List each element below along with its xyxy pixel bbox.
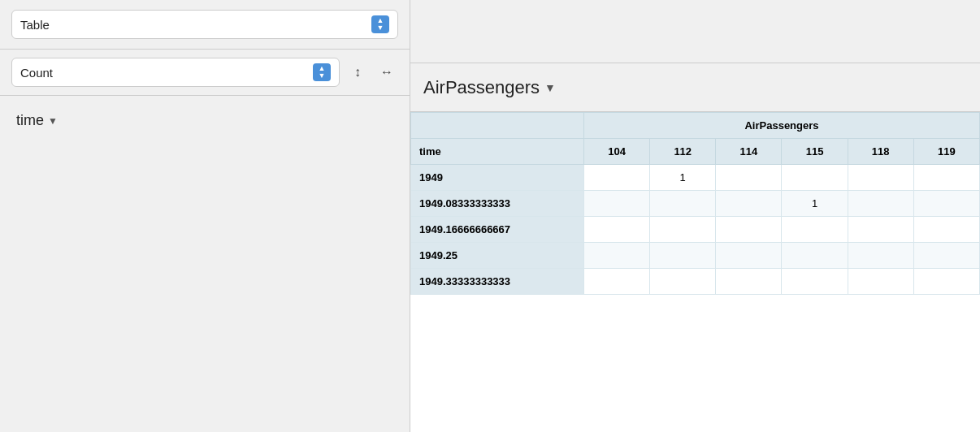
table-select-section: Table ▲ ▼ (0, 0, 410, 50)
col-header-0: 104 (584, 139, 650, 165)
sort-horizontal-icon[interactable]: ↔ (375, 61, 398, 84)
table-row: 1949.083333333331 (411, 191, 980, 217)
col-header-3: 115 (782, 139, 848, 165)
table-select-arrows-icon[interactable]: ▲ ▼ (371, 15, 389, 33)
table-cell (848, 217, 913, 243)
table-body: 194911949.0833333333311949.1666666666719… (411, 165, 980, 295)
col-header-5: 119 (913, 139, 979, 165)
right-header: AirPassengers ▼ (410, 63, 980, 112)
table-cell (650, 217, 716, 243)
table-cell (584, 217, 650, 243)
table-cell (848, 191, 913, 217)
right-top-bar (410, 0, 980, 63)
time-caret-icon: ▼ (48, 115, 58, 127)
time-label: time (16, 112, 44, 129)
time-dropdown[interactable]: time ▼ (11, 109, 63, 132)
table-cell (716, 243, 782, 269)
table-row: 19491 (411, 165, 980, 191)
table-cell (913, 165, 979, 191)
row-label-cell: 1949.16666666667 (411, 217, 584, 243)
data-table: AirPassengers time 104 112 114 115 118 1… (410, 112, 980, 295)
row-label-cell: 1949.25 (411, 243, 584, 269)
table-header-col-row: time 104 112 114 115 118 119 (411, 139, 980, 165)
table-cell (913, 243, 979, 269)
table-group-header: AirPassengers (584, 113, 980, 139)
row-label-cell: 1949.33333333333 (411, 269, 584, 295)
table-cell (716, 191, 782, 217)
table-cell (716, 165, 782, 191)
table-row: 1949.16666666667 (411, 217, 980, 243)
table-row-label-header: time (411, 139, 584, 165)
right-panel: AirPassengers ▼ AirPassengers time 104 1… (410, 0, 980, 432)
sort-vertical-icon[interactable]: ↕ (346, 61, 369, 84)
row-field-section: time ▼ (0, 96, 410, 432)
row-label-cell: 1949.08333333333 (411, 191, 584, 217)
table-corner-header (411, 113, 584, 139)
dataset-label: AirPassengers (423, 77, 540, 98)
table-cell (782, 165, 848, 191)
table-cell (848, 269, 913, 295)
count-select-arrows-icon[interactable]: ▲ ▼ (313, 63, 331, 81)
dataset-dropdown[interactable]: AirPassengers ▼ (423, 77, 556, 98)
table-cell (782, 269, 848, 295)
count-select-section: Count ▲ ▼ ↕ ↔ (0, 50, 410, 96)
table-cell (782, 217, 848, 243)
table-cell (650, 243, 716, 269)
table-cell (913, 191, 979, 217)
table-cell (848, 243, 913, 269)
table-cell (650, 191, 716, 217)
left-panel: Table ▲ ▼ Count ▲ ▼ ↕ ↔ time ▼ (0, 0, 410, 432)
table-cell (584, 243, 650, 269)
col-header-2: 114 (716, 139, 782, 165)
table-cell (584, 165, 650, 191)
table-header-group-row: AirPassengers (411, 113, 980, 139)
count-select-label: Count (20, 66, 53, 80)
table-cell (913, 217, 979, 243)
dataset-caret-icon: ▼ (544, 81, 556, 94)
table-cell (716, 269, 782, 295)
col-header-4: 118 (848, 139, 913, 165)
table-select-label: Table (20, 18, 50, 32)
table-cell (848, 165, 913, 191)
table-select[interactable]: Table ▲ ▼ (11, 10, 398, 39)
table-cell: 1 (650, 165, 716, 191)
table-cell (782, 243, 848, 269)
table-cell (584, 191, 650, 217)
data-table-container: AirPassengers time 104 112 114 115 118 1… (410, 112, 980, 432)
table-cell (584, 269, 650, 295)
table-cell: 1 (782, 191, 848, 217)
row-label-cell: 1949 (411, 165, 584, 191)
table-row: 1949.25 (411, 243, 980, 269)
table-cell (650, 269, 716, 295)
count-select[interactable]: Count ▲ ▼ (11, 58, 340, 87)
table-row: 1949.33333333333 (411, 269, 980, 295)
table-cell (913, 269, 979, 295)
col-header-1: 112 (650, 139, 716, 165)
table-cell (716, 217, 782, 243)
